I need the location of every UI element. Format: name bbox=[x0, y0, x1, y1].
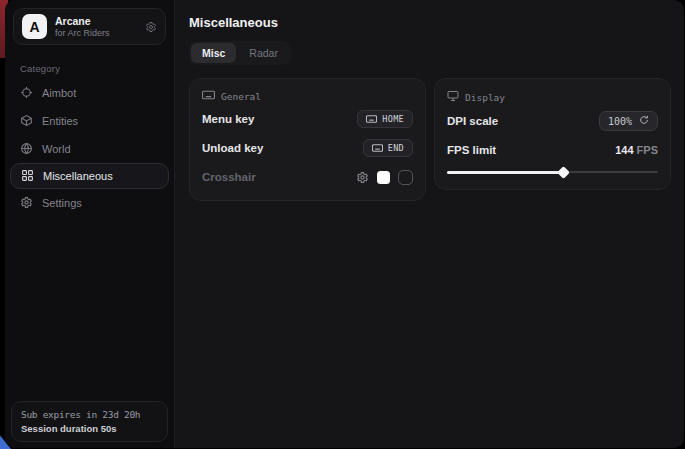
cards-row: General Menu key HOME Unload key bbox=[189, 78, 671, 201]
brand-text: Arcane for Arc Riders bbox=[55, 15, 137, 38]
sidebar-item-label: Aimbot bbox=[42, 87, 76, 99]
fps-slider-thumb[interactable] bbox=[557, 166, 570, 179]
fps-slider-fill bbox=[447, 171, 563, 174]
fps-unit: FPS bbox=[637, 144, 658, 156]
fps-limit-row: FPS limit 144 FPS bbox=[447, 138, 658, 162]
menu-key-row: Menu key HOME bbox=[202, 107, 413, 131]
monitor-icon bbox=[447, 90, 459, 104]
sidebar-item-label: Miscellaneous bbox=[43, 170, 113, 182]
tab-misc[interactable]: Misc bbox=[191, 43, 236, 63]
sidebar: A Arcane for Arc Riders Category bbox=[5, 0, 175, 448]
desktop-stage: A Arcane for Arc Riders Category bbox=[0, 0, 685, 449]
unload-key-row: Unload key END bbox=[202, 136, 413, 160]
dpi-scale-row: DPI scale 100% bbox=[447, 109, 658, 133]
session-duration-text: Session duration 50s bbox=[21, 423, 158, 434]
display-card-title: Display bbox=[465, 92, 505, 103]
menu-key-value: HOME bbox=[382, 114, 404, 124]
sidebar-item-settings[interactable]: Settings bbox=[5, 189, 174, 217]
general-card-header: General bbox=[202, 90, 413, 102]
crosshair-color-swatch[interactable] bbox=[377, 171, 390, 184]
tab-bar: Misc Radar bbox=[189, 41, 291, 65]
unload-key-button[interactable]: END bbox=[363, 139, 413, 157]
main-content: Miscellaneous Misc Radar General bbox=[175, 0, 684, 448]
sub-expiry-text: Sub expires in 23d 20h bbox=[21, 409, 158, 420]
crosshair-controls bbox=[356, 170, 413, 185]
grid-icon bbox=[21, 169, 34, 184]
brand-title: Arcane bbox=[55, 15, 137, 27]
page-title: Miscellaneous bbox=[189, 15, 671, 30]
fps-limit-slider[interactable] bbox=[447, 166, 658, 178]
dpi-scale-button[interactable]: 100% bbox=[599, 111, 658, 131]
fps-number: 144 bbox=[615, 144, 633, 156]
sidebar-item-label: Settings bbox=[42, 197, 82, 209]
display-card: Display DPI scale 100% bbox=[434, 78, 671, 190]
app-window: A Arcane for Arc Riders Category bbox=[5, 0, 684, 448]
dpi-scale-value: 100% bbox=[608, 116, 632, 127]
general-card: General Menu key HOME Unload key bbox=[189, 78, 426, 201]
sidebar-item-entities[interactable]: Entities bbox=[5, 107, 174, 135]
general-card-title: General bbox=[221, 91, 261, 102]
sidebar-nav: Aimbot Entities Wo bbox=[5, 79, 174, 217]
globe-icon bbox=[20, 142, 33, 157]
crosshair-icon bbox=[20, 86, 33, 101]
sidebar-item-miscellaneous[interactable]: Miscellaneous bbox=[10, 163, 169, 189]
gear-icon bbox=[20, 196, 33, 211]
subscription-status-card: Sub expires in 23d 20h Session duration … bbox=[11, 401, 168, 442]
crosshair-row: Crosshair bbox=[202, 165, 413, 189]
menu-key-button[interactable]: HOME bbox=[357, 110, 413, 128]
unload-key-value: END bbox=[388, 143, 404, 153]
brand-gear-icon[interactable] bbox=[145, 21, 157, 33]
keyboard-icon bbox=[202, 90, 215, 102]
sidebar-item-label: Entities bbox=[42, 115, 78, 127]
unload-key-label: Unload key bbox=[202, 142, 263, 154]
dpi-scale-label: DPI scale bbox=[447, 115, 498, 127]
tab-radar[interactable]: Radar bbox=[238, 43, 289, 63]
fps-limit-label: FPS limit bbox=[447, 144, 496, 156]
brand-card: A Arcane for Arc Riders bbox=[13, 8, 166, 45]
category-label: Category bbox=[20, 63, 174, 74]
crosshair-label: Crosshair bbox=[202, 171, 256, 183]
display-card-header: Display bbox=[447, 90, 658, 104]
app-logo: A bbox=[22, 14, 47, 39]
cube-icon bbox=[20, 114, 33, 129]
refresh-icon bbox=[639, 115, 649, 127]
sidebar-item-label: World bbox=[42, 143, 71, 155]
crosshair-checkbox[interactable] bbox=[398, 170, 413, 185]
sidebar-item-aimbot[interactable]: Aimbot bbox=[5, 79, 174, 107]
sidebar-item-world[interactable]: World bbox=[5, 135, 174, 163]
brand-subtitle: for Arc Riders bbox=[55, 28, 137, 38]
crosshair-settings-gear-icon[interactable] bbox=[356, 171, 369, 184]
fps-limit-value: 144 FPS bbox=[615, 144, 658, 156]
menu-key-label: Menu key bbox=[202, 113, 254, 125]
